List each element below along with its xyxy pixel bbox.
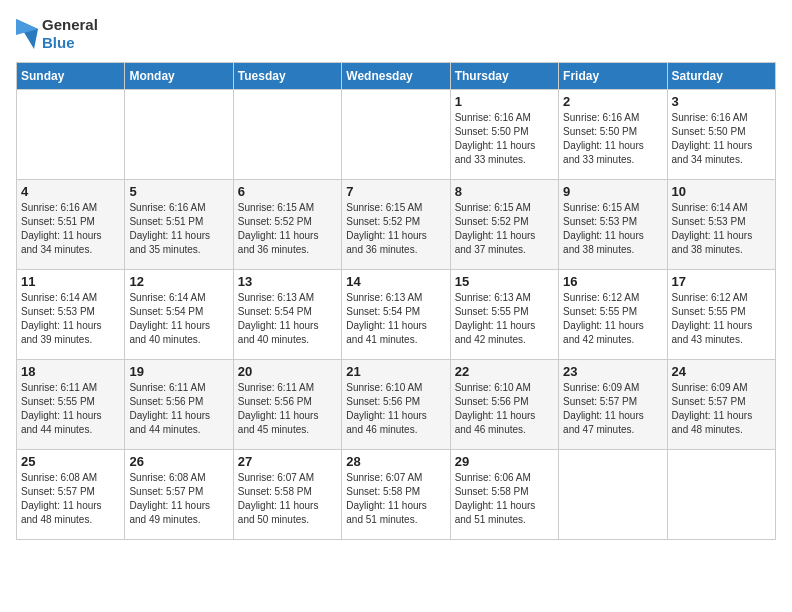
day-info: Sunrise: 6:16 AMSunset: 5:51 PMDaylight:…	[21, 201, 120, 257]
day-info: Sunrise: 6:09 AMSunset: 5:57 PMDaylight:…	[672, 381, 771, 437]
calendar-cell: 3Sunrise: 6:16 AMSunset: 5:50 PMDaylight…	[667, 90, 775, 180]
day-number: 6	[238, 184, 337, 199]
calendar-header-row: SundayMondayTuesdayWednesdayThursdayFrid…	[17, 63, 776, 90]
day-number: 7	[346, 184, 445, 199]
day-number: 28	[346, 454, 445, 469]
day-number: 21	[346, 364, 445, 379]
day-number: 17	[672, 274, 771, 289]
header-sunday: Sunday	[17, 63, 125, 90]
calendar-cell	[17, 90, 125, 180]
calendar-cell	[125, 90, 233, 180]
day-info: Sunrise: 6:13 AMSunset: 5:54 PMDaylight:…	[238, 291, 337, 347]
day-info: Sunrise: 6:16 AMSunset: 5:50 PMDaylight:…	[563, 111, 662, 167]
calendar-cell: 15Sunrise: 6:13 AMSunset: 5:55 PMDayligh…	[450, 270, 558, 360]
day-info: Sunrise: 6:15 AMSunset: 5:53 PMDaylight:…	[563, 201, 662, 257]
day-number: 10	[672, 184, 771, 199]
calendar-cell: 29Sunrise: 6:06 AMSunset: 5:58 PMDayligh…	[450, 450, 558, 540]
header-saturday: Saturday	[667, 63, 775, 90]
logo-triangle-icon	[16, 19, 38, 49]
day-number: 12	[129, 274, 228, 289]
day-info: Sunrise: 6:16 AMSunset: 5:50 PMDaylight:…	[455, 111, 554, 167]
calendar-cell: 21Sunrise: 6:10 AMSunset: 5:56 PMDayligh…	[342, 360, 450, 450]
calendar-cell	[233, 90, 341, 180]
calendar-week-row: 18Sunrise: 6:11 AMSunset: 5:55 PMDayligh…	[17, 360, 776, 450]
calendar-cell	[667, 450, 775, 540]
calendar-cell: 20Sunrise: 6:11 AMSunset: 5:56 PMDayligh…	[233, 360, 341, 450]
logo-text-blue: Blue	[42, 34, 98, 52]
header-friday: Friday	[559, 63, 667, 90]
calendar-cell	[559, 450, 667, 540]
calendar-cell: 14Sunrise: 6:13 AMSunset: 5:54 PMDayligh…	[342, 270, 450, 360]
day-number: 23	[563, 364, 662, 379]
day-number: 27	[238, 454, 337, 469]
day-number: 18	[21, 364, 120, 379]
day-info: Sunrise: 6:08 AMSunset: 5:57 PMDaylight:…	[21, 471, 120, 527]
day-info: Sunrise: 6:16 AMSunset: 5:50 PMDaylight:…	[672, 111, 771, 167]
calendar-cell: 13Sunrise: 6:13 AMSunset: 5:54 PMDayligh…	[233, 270, 341, 360]
day-info: Sunrise: 6:16 AMSunset: 5:51 PMDaylight:…	[129, 201, 228, 257]
day-info: Sunrise: 6:14 AMSunset: 5:53 PMDaylight:…	[21, 291, 120, 347]
calendar-cell: 4Sunrise: 6:16 AMSunset: 5:51 PMDaylight…	[17, 180, 125, 270]
day-info: Sunrise: 6:08 AMSunset: 5:57 PMDaylight:…	[129, 471, 228, 527]
day-info: Sunrise: 6:13 AMSunset: 5:54 PMDaylight:…	[346, 291, 445, 347]
calendar-cell: 25Sunrise: 6:08 AMSunset: 5:57 PMDayligh…	[17, 450, 125, 540]
day-info: Sunrise: 6:09 AMSunset: 5:57 PMDaylight:…	[563, 381, 662, 437]
page-header: General Blue	[16, 16, 776, 52]
logo: General Blue	[16, 16, 98, 52]
calendar-week-row: 11Sunrise: 6:14 AMSunset: 5:53 PMDayligh…	[17, 270, 776, 360]
day-info: Sunrise: 6:10 AMSunset: 5:56 PMDaylight:…	[346, 381, 445, 437]
calendar-cell: 19Sunrise: 6:11 AMSunset: 5:56 PMDayligh…	[125, 360, 233, 450]
day-number: 14	[346, 274, 445, 289]
day-number: 1	[455, 94, 554, 109]
day-number: 15	[455, 274, 554, 289]
calendar-cell: 2Sunrise: 6:16 AMSunset: 5:50 PMDaylight…	[559, 90, 667, 180]
calendar-cell: 1Sunrise: 6:16 AMSunset: 5:50 PMDaylight…	[450, 90, 558, 180]
day-number: 9	[563, 184, 662, 199]
calendar-cell: 6Sunrise: 6:15 AMSunset: 5:52 PMDaylight…	[233, 180, 341, 270]
calendar-cell: 9Sunrise: 6:15 AMSunset: 5:53 PMDaylight…	[559, 180, 667, 270]
day-info: Sunrise: 6:12 AMSunset: 5:55 PMDaylight:…	[563, 291, 662, 347]
day-number: 24	[672, 364, 771, 379]
day-number: 22	[455, 364, 554, 379]
day-info: Sunrise: 6:11 AMSunset: 5:55 PMDaylight:…	[21, 381, 120, 437]
calendar-table: SundayMondayTuesdayWednesdayThursdayFrid…	[16, 62, 776, 540]
day-info: Sunrise: 6:10 AMSunset: 5:56 PMDaylight:…	[455, 381, 554, 437]
header-monday: Monday	[125, 63, 233, 90]
day-number: 13	[238, 274, 337, 289]
day-info: Sunrise: 6:14 AMSunset: 5:54 PMDaylight:…	[129, 291, 228, 347]
day-info: Sunrise: 6:13 AMSunset: 5:55 PMDaylight:…	[455, 291, 554, 347]
day-info: Sunrise: 6:14 AMSunset: 5:53 PMDaylight:…	[672, 201, 771, 257]
day-info: Sunrise: 6:06 AMSunset: 5:58 PMDaylight:…	[455, 471, 554, 527]
day-info: Sunrise: 6:15 AMSunset: 5:52 PMDaylight:…	[455, 201, 554, 257]
calendar-cell: 24Sunrise: 6:09 AMSunset: 5:57 PMDayligh…	[667, 360, 775, 450]
calendar-week-row: 25Sunrise: 6:08 AMSunset: 5:57 PMDayligh…	[17, 450, 776, 540]
header-thursday: Thursday	[450, 63, 558, 90]
calendar-cell: 12Sunrise: 6:14 AMSunset: 5:54 PMDayligh…	[125, 270, 233, 360]
logo-text-general: General	[42, 16, 98, 34]
calendar-cell: 26Sunrise: 6:08 AMSunset: 5:57 PMDayligh…	[125, 450, 233, 540]
calendar-cell: 10Sunrise: 6:14 AMSunset: 5:53 PMDayligh…	[667, 180, 775, 270]
calendar-cell: 16Sunrise: 6:12 AMSunset: 5:55 PMDayligh…	[559, 270, 667, 360]
calendar-week-row: 4Sunrise: 6:16 AMSunset: 5:51 PMDaylight…	[17, 180, 776, 270]
calendar-cell: 11Sunrise: 6:14 AMSunset: 5:53 PMDayligh…	[17, 270, 125, 360]
header-tuesday: Tuesday	[233, 63, 341, 90]
day-number: 8	[455, 184, 554, 199]
day-info: Sunrise: 6:15 AMSunset: 5:52 PMDaylight:…	[346, 201, 445, 257]
calendar-cell: 5Sunrise: 6:16 AMSunset: 5:51 PMDaylight…	[125, 180, 233, 270]
day-number: 5	[129, 184, 228, 199]
day-info: Sunrise: 6:11 AMSunset: 5:56 PMDaylight:…	[129, 381, 228, 437]
day-number: 16	[563, 274, 662, 289]
calendar-week-row: 1Sunrise: 6:16 AMSunset: 5:50 PMDaylight…	[17, 90, 776, 180]
day-number: 4	[21, 184, 120, 199]
calendar-cell: 28Sunrise: 6:07 AMSunset: 5:58 PMDayligh…	[342, 450, 450, 540]
day-number: 19	[129, 364, 228, 379]
calendar-cell: 17Sunrise: 6:12 AMSunset: 5:55 PMDayligh…	[667, 270, 775, 360]
day-info: Sunrise: 6:07 AMSunset: 5:58 PMDaylight:…	[238, 471, 337, 527]
day-info: Sunrise: 6:15 AMSunset: 5:52 PMDaylight:…	[238, 201, 337, 257]
calendar-cell: 8Sunrise: 6:15 AMSunset: 5:52 PMDaylight…	[450, 180, 558, 270]
calendar-cell: 18Sunrise: 6:11 AMSunset: 5:55 PMDayligh…	[17, 360, 125, 450]
day-info: Sunrise: 6:07 AMSunset: 5:58 PMDaylight:…	[346, 471, 445, 527]
calendar-cell: 22Sunrise: 6:10 AMSunset: 5:56 PMDayligh…	[450, 360, 558, 450]
day-number: 29	[455, 454, 554, 469]
day-number: 11	[21, 274, 120, 289]
